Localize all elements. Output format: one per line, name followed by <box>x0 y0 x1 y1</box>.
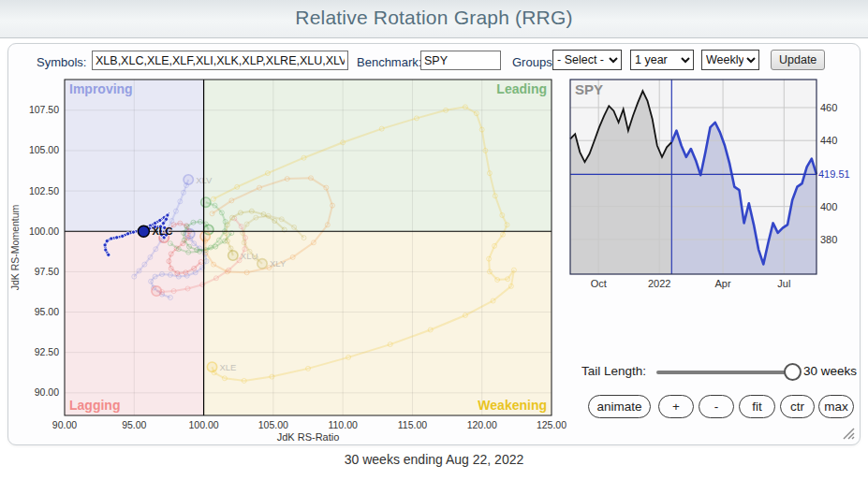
svg-text:105.00: 105.00 <box>258 419 288 430</box>
svg-text:Leading: Leading <box>496 81 547 96</box>
rrg-chart[interactable]: 90.0095.00100.00105.00110.00115.00120.00… <box>8 74 570 446</box>
tail-length-value: 30 weeks <box>803 364 857 378</box>
spy-benchmark-chart[interactable]: Oct2022AprJul419.51460440400380SPY <box>568 76 859 293</box>
groups-label: Groups: <box>512 55 555 69</box>
svg-text:Improving: Improving <box>69 81 133 96</box>
resize-handle[interactable] <box>840 425 855 440</box>
svg-text:125.00: 125.00 <box>537 419 566 430</box>
svg-text:100.00: 100.00 <box>29 225 59 237</box>
svg-text:SPY: SPY <box>575 81 603 97</box>
svg-text:400: 400 <box>820 201 837 212</box>
tail-length-thumb[interactable] <box>784 363 802 381</box>
svg-text:90.00: 90.00 <box>35 386 59 398</box>
app-window: Relative Rotation Graph (RRG) Symbols: B… <box>0 0 868 480</box>
svg-text:95.00: 95.00 <box>35 306 59 317</box>
svg-text:Jul: Jul <box>777 278 790 289</box>
svg-text:XLC: XLC <box>152 225 172 237</box>
svg-text:100.00: 100.00 <box>189 419 219 430</box>
fit-button[interactable]: fit <box>739 395 775 418</box>
svg-text:460: 460 <box>820 102 837 113</box>
period-select[interactable]: 1 year <box>630 50 694 70</box>
symbols-label: Symbols: <box>37 55 86 69</box>
svg-text:Lagging: Lagging <box>69 398 120 413</box>
rrg-panel: Symbols: Benchmark: Groups: - Select - 1… <box>7 43 861 445</box>
svg-text:92.50: 92.50 <box>35 346 59 357</box>
resize-icon <box>840 425 855 440</box>
page-title: Relative Rotation Graph (RRG) <box>0 7 868 29</box>
svg-text:440: 440 <box>820 135 837 146</box>
svg-text:XLE: XLE <box>220 362 237 372</box>
zoom-in-button[interactable]: + <box>658 395 694 418</box>
animate-button[interactable]: animate <box>588 395 651 418</box>
benchmark-input[interactable] <box>420 51 501 70</box>
ctr-button[interactable]: ctr <box>780 395 815 418</box>
groups-select[interactable]: - Select - <box>552 50 622 70</box>
app-header: Relative Rotation Graph (RRG) <box>0 0 868 38</box>
svg-text:2022: 2022 <box>648 278 670 289</box>
svg-text:115.00: 115.00 <box>398 419 427 430</box>
benchmark-label: Benchmark: <box>357 55 421 69</box>
svg-text:105.00: 105.00 <box>29 144 59 155</box>
tail-length-label: Tail Length: <box>581 364 646 378</box>
svg-text:XLY: XLY <box>270 258 287 269</box>
tail-length-slider[interactable] <box>656 371 795 374</box>
svg-text:107.50: 107.50 <box>29 104 59 115</box>
svg-text:Oct: Oct <box>591 278 607 289</box>
svg-text:90.00: 90.00 <box>52 419 77 430</box>
update-button[interactable]: Update <box>771 50 825 70</box>
footer-caption: 30 weeks ending Aug 22, 2022 <box>0 452 868 467</box>
max-button[interactable]: max <box>818 395 854 418</box>
svg-text:JdK RS-Ratio: JdK RS-Ratio <box>277 431 340 443</box>
svg-text:120.00: 120.00 <box>467 419 497 430</box>
svg-text:95.00: 95.00 <box>122 419 146 430</box>
frequency-select[interactable]: Weekly <box>701 50 759 70</box>
svg-text:Apr: Apr <box>715 278 731 289</box>
svg-text:102.50: 102.50 <box>29 185 59 196</box>
svg-text:97.50: 97.50 <box>35 266 59 277</box>
svg-text:JdK RS-Momentum: JdK RS-Momentum <box>9 204 21 290</box>
svg-text:380: 380 <box>820 234 837 245</box>
symbols-input[interactable] <box>92 51 348 70</box>
svg-text:Weakening: Weakening <box>478 398 547 413</box>
svg-text:110.00: 110.00 <box>328 419 357 430</box>
svg-text:419.51: 419.51 <box>818 168 850 180</box>
zoom-out-button[interactable]: - <box>699 395 734 418</box>
